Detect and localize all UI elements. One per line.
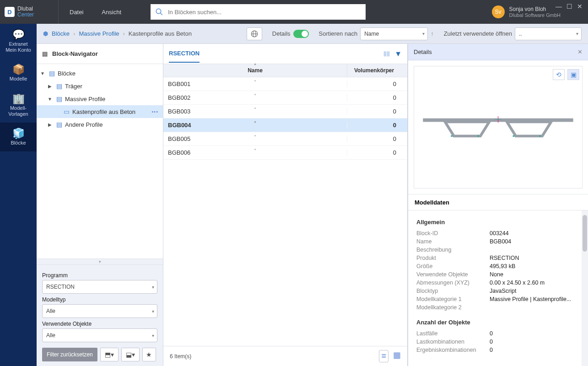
crumb-2: Kastenprofile aus Beton <box>129 30 192 37</box>
close-details-icon[interactable]: ✕ <box>577 48 583 55</box>
list-view-icon[interactable]: ≡ <box>379 350 388 362</box>
svg-point-0 <box>156 9 161 14</box>
breadcrumb: Blöcke › Massive Profile › Kastenprofile… <box>52 30 192 37</box>
search-icon <box>151 8 168 16</box>
property-row: Lastkombinationen0 <box>416 338 580 346</box>
minimize-icon[interactable]: — <box>556 3 562 10</box>
cell-vol: 0 <box>347 135 401 142</box>
filter-action-2[interactable]: ⬓▾ <box>121 348 140 361</box>
section-count: Anzahl der Objekte <box>416 319 580 326</box>
filter-action-1[interactable]: ⬒▾ <box>100 348 119 361</box>
property-row: Lastfälle0 <box>416 329 580 338</box>
table-row[interactable]: BGB0060 <box>163 146 407 160</box>
property-row: Verwendete ObjekteNone <box>416 270 580 279</box>
tree-traeger[interactable]: ▶▤Träger <box>37 80 163 92</box>
cell-name: BGB006 <box>163 149 347 156</box>
navigator-header: ▤ Block-Navigator <box>37 44 163 64</box>
filter-modeltype-label: Modelltyp <box>42 296 157 303</box>
tree-kastenprofile[interactable]: ▭Kastenprofile aus Beton <box>37 105 163 118</box>
menu-view[interactable]: Ansicht <box>102 9 121 16</box>
cell-name: BGB005 <box>163 135 347 142</box>
property-row: BlocktypJavaScript <box>416 287 580 295</box>
menu-file[interactable]: Datei <box>70 9 83 16</box>
splitter[interactable]: ▾ <box>37 258 163 265</box>
svg-line-1 <box>160 13 162 15</box>
table-row[interactable]: BGB0010 <box>163 77 407 91</box>
avatar: Sv <box>492 5 505 18</box>
recent-select[interactable]: .. <box>515 27 582 40</box>
cell-vol: 0 <box>347 122 401 129</box>
details-toggle[interactable] <box>293 30 309 38</box>
cell-vol: 0 <box>347 108 401 115</box>
recent-label: Zuletzt verwendete öffnen <box>444 30 512 37</box>
col-name-header[interactable]: Name <box>163 64 347 77</box>
cell-name: BGB001 <box>163 81 347 87</box>
cell-name: BGB002 <box>163 94 347 101</box>
cell-vol: 0 <box>347 149 401 156</box>
section-general: Allgemein <box>416 219 580 226</box>
search-bar[interactable] <box>151 4 366 20</box>
col-vol-header[interactable]: Volumenkörper <box>347 64 401 77</box>
tree-massive-profile[interactable]: ▼▤Massive Profile <box>37 92 163 105</box>
crumb-0[interactable]: Blöcke <box>52 30 70 37</box>
view-3d-icon[interactable]: ⟲ <box>553 69 565 80</box>
cell-vol: 0 <box>347 81 401 87</box>
property-row: ProduktRSECTION <box>416 254 580 262</box>
cell-name: BGB004 <box>163 122 347 129</box>
close-icon[interactable]: ✕ <box>577 3 583 10</box>
property-row: Größe495,93 kB <box>416 262 580 270</box>
reset-filter-button[interactable]: Filter zurücksetzen <box>42 348 97 361</box>
rail-icon: 📦 <box>2 63 35 76</box>
tree-andere-profile[interactable]: ▶▤Andere Profile <box>37 118 163 131</box>
columns-icon[interactable]: ⫴⫴ <box>383 50 390 58</box>
rail-item-0[interactable]: 💬Extranet Mein Konto <box>0 24 37 59</box>
rail-item-1[interactable]: 📦Modelle <box>0 59 37 87</box>
svg-point-8 <box>512 135 514 137</box>
rail-icon: 🏢 <box>2 92 35 105</box>
search-input[interactable] <box>168 9 366 16</box>
app-logo: D DlubalCenter <box>0 0 59 24</box>
filter-usedobj-select[interactable]: Alle <box>42 328 157 342</box>
grid-view-icon[interactable]: ▦ <box>393 350 401 362</box>
filter-usedobj-label: Verwendete Objekte <box>42 321 157 327</box>
favorite-button[interactable]: ★ <box>142 348 156 361</box>
cell-vol: 0 <box>347 94 401 101</box>
filter-icon[interactable]: ▼ <box>394 50 402 58</box>
rail-icon: 💬 <box>2 28 35 41</box>
svg-point-9 <box>539 135 541 137</box>
sort-direction-icon[interactable]: ↑ <box>431 30 434 37</box>
scrollbar[interactable] <box>582 210 588 366</box>
blocks-icon: ⬢ <box>43 30 48 37</box>
table-row[interactable]: BGB0040 <box>163 118 407 132</box>
navigator-icon: ▤ <box>42 50 48 57</box>
rail-item-3[interactable]: 🧊Blöcke <box>0 123 37 151</box>
property-row: Beschreibung <box>416 246 580 254</box>
tree-root[interactable]: ▼▤Blöcke <box>37 67 163 80</box>
property-row: Abmessungen (XYZ)0.00 x 24.50 x 2.60 m <box>416 279 580 287</box>
language-button[interactable] <box>247 27 262 40</box>
table-row[interactable]: BGB0020 <box>163 91 407 105</box>
table-row[interactable]: BGB0030 <box>163 105 407 118</box>
details-label: Details <box>272 30 291 37</box>
maximize-icon[interactable]: ☐ <box>566 3 572 10</box>
property-row: Ergebniskombinationen0 <box>416 346 580 354</box>
rail-icon: 🧊 <box>2 127 35 140</box>
table-row[interactable]: BGB0050 <box>163 132 407 146</box>
sort-select[interactable]: Name <box>360 27 428 40</box>
view-image-icon[interactable]: ▣ <box>567 69 579 80</box>
svg-point-7 <box>477 135 479 137</box>
cell-name: BGB003 <box>163 108 347 115</box>
item-count: 6 Item(s) <box>170 353 191 360</box>
filter-modeltype-select[interactable]: Alle <box>42 304 157 318</box>
filter-program-label: Programm <box>42 272 157 279</box>
app-subname: Center <box>17 11 34 18</box>
crumb-1[interactable]: Massive Profile <box>79 30 119 37</box>
property-row: Modellkategorie 2 <box>416 303 580 312</box>
filter-program-select[interactable]: RSECTION <box>42 280 157 294</box>
tab-rsection[interactable]: RSECTION <box>169 50 200 63</box>
property-row: Block-ID003244 <box>416 229 580 237</box>
user-name: Sonja von Bloh <box>509 6 561 12</box>
app-name: Dlubal <box>17 5 33 12</box>
rail-item-2[interactable]: 🏢Modell- Vorlagen <box>0 88 37 123</box>
preview-canvas[interactable]: ⟲ ▣ <box>414 66 583 188</box>
